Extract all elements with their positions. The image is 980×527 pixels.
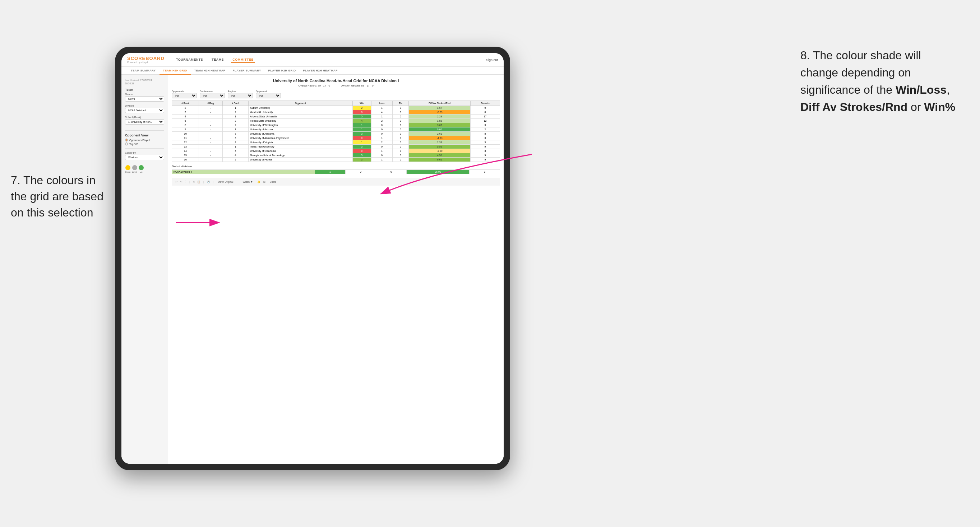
toolbar-icon-1[interactable]: 🔔 — [257, 181, 261, 183]
cell-diff: 9.00 — [409, 127, 471, 132]
region-select[interactable]: (All) — [228, 93, 253, 98]
out-div-win: 1 — [315, 170, 345, 174]
cell-rank: 16 — [172, 157, 199, 162]
cell-opponent: University of Oklahoma — [248, 149, 352, 153]
opponents-filter-group: Opponents: (All) — [172, 90, 197, 98]
cell-rank: 15 — [172, 153, 199, 157]
conference-select[interactable]: (All) — [200, 93, 225, 98]
cell-win: 3 — [353, 132, 371, 136]
team-section-title: Team — [125, 88, 164, 92]
out-div-loss: 0 — [345, 170, 376, 174]
subnav-player-h2h-heatmap[interactable]: PLAYER H2H HEATMAP — [299, 67, 341, 74]
annotation-left: 7. The colours in the grid are based on … — [11, 172, 111, 221]
cell-win: 1 — [353, 127, 371, 132]
cell-win: 1 — [353, 123, 371, 127]
cell-rank: 12 — [172, 140, 199, 144]
cell-tie: 0 — [393, 106, 409, 110]
toolbar-sep-4: | — [238, 181, 239, 183]
subnav-team-h2h-heatmap[interactable]: TEAM H2H HEATMAP — [191, 67, 229, 74]
cell-conf: 1 — [223, 106, 248, 110]
cell-conf: 5 — [223, 149, 248, 153]
cell-conf: 2 — [223, 123, 248, 127]
cell-loss: 0 — [371, 153, 393, 157]
cell-win: 2 — [353, 106, 371, 110]
copy-icon[interactable]: ⎘ — [193, 181, 194, 183]
table-header-row: # Rank # Reg # Conf Opponent Win Loss Ti… — [172, 101, 500, 106]
radio-opponents-played[interactable]: Opponents Played — [125, 138, 164, 141]
cell-tie: 0 — [393, 127, 409, 132]
opponents-select[interactable]: (All) — [172, 93, 197, 98]
nav-committee[interactable]: COMMITTEE — [231, 57, 255, 63]
table-row: 4 - 1 Arizona State University 5 1 0 2.2… — [172, 114, 500, 119]
grid-subtitle: Overall Record: 89 - 17 - 0 Division Rec… — [172, 84, 500, 87]
nav-tournaments[interactable]: TOURNAMENTS — [175, 57, 204, 63]
nav-teams[interactable]: TEAMS — [210, 57, 225, 63]
cell-rank: 4 — [172, 114, 199, 119]
sub-nav: TEAM SUMMARY TEAM H2H GRID TEAM H2H HEAT… — [121, 67, 504, 75]
cell-tie: 0 — [393, 132, 409, 136]
filter-row: Opponents: (All) Conference (All) Region — [172, 90, 500, 98]
cell-opponent: University of Virginia — [248, 140, 352, 144]
overall-record: Overall Record: 89 - 17 - 0 — [298, 84, 330, 87]
subnav-player-summary[interactable]: PLAYER SUMMARY — [229, 67, 264, 74]
undo-icon[interactable]: ↩ — [175, 181, 177, 183]
toolbar-sep-1: | — [189, 181, 190, 183]
division-label: Division — [125, 105, 164, 107]
colour-by-select[interactable]: Win/loss — [125, 155, 164, 160]
redo-icon[interactable]: ↪ — [180, 181, 183, 183]
school-label: School (Rank) — [125, 116, 164, 119]
col-rounds: Rounds — [470, 101, 500, 106]
cell-rank: 6 — [172, 119, 199, 123]
out-div-diff: 26.00 — [407, 170, 469, 174]
watch-label: Watch ▼ — [242, 181, 253, 183]
opponent-select[interactable]: (All) — [256, 93, 281, 98]
opponent-label: Opponent — [256, 90, 281, 93]
bottom-toolbar: ↩ ↪ ⟩ | ⎘ 📋 | 🕐 | View: Original | Watch… — [172, 178, 500, 186]
annotation-right: 8. The colour shade will change dependin… — [800, 47, 958, 116]
table-row: 15 - 4 Georgia Institute of Technology 5… — [172, 153, 500, 157]
table-row: 14 - 5 University of Oklahoma 0 1 0 -1.0… — [172, 149, 500, 153]
cell-loss: 0 — [371, 123, 393, 127]
clock-icon[interactable]: 🕐 — [207, 181, 210, 183]
cell-tie: 0 — [393, 119, 409, 123]
annotation-bold-winloss: Win/Loss — [896, 83, 947, 96]
gender-select[interactable]: Men's — [125, 96, 164, 102]
school-select[interactable]: 1. University of Nort... — [125, 119, 164, 125]
subnav-team-summary[interactable]: TEAM SUMMARY — [127, 67, 159, 74]
subnav-player-h2h-grid[interactable]: PLAYER H2H GRID — [265, 67, 300, 74]
cell-reg: - — [199, 140, 223, 144]
cell-reg: - — [199, 157, 223, 162]
forward-icon[interactable]: ⟩ — [185, 181, 186, 183]
toolbar-sep-3: | — [213, 181, 214, 183]
sign-out-link[interactable]: Sign out — [486, 58, 498, 62]
cell-diff: 2.61 — [409, 132, 471, 136]
cell-diff: 4.50 — [409, 153, 471, 157]
view-original-btn[interactable]: View: Original — [216, 180, 235, 184]
conference-filter-group: Conference (All) — [200, 90, 225, 98]
subnav-team-h2h-grid[interactable]: TEAM H2H GRID — [159, 67, 191, 75]
division-select[interactable]: NCAA Division I — [125, 108, 164, 113]
cell-rounds: 12 — [470, 119, 500, 123]
toolbar-icon-2[interactable]: ⊞ — [263, 181, 266, 183]
colour-circle-level — [132, 165, 137, 170]
cell-loss: 0 — [371, 144, 393, 149]
cell-conf: 2 — [223, 157, 248, 162]
cell-rank: 8 — [172, 123, 199, 127]
cell-rank: 13 — [172, 144, 199, 149]
watch-btn[interactable]: Watch ▼ — [241, 180, 254, 184]
cell-diff: 5.56 — [409, 144, 471, 149]
colour-by-label: Colour by — [125, 151, 164, 154]
annotation-bold-winpct: Win% — [924, 100, 955, 113]
share-btn[interactable]: Share — [268, 180, 278, 184]
cell-reg: - — [199, 110, 223, 114]
paste-icon[interactable]: 📋 — [197, 181, 200, 183]
grid-area: University of North Carolina Head-to-Hea… — [168, 75, 504, 464]
cell-reg: - — [199, 123, 223, 127]
out-of-div-row: NCAA Division II 1 0 0 26.00 3 — [172, 170, 500, 174]
cell-opponent: University of Florida — [248, 157, 352, 162]
cell-win: 3 — [353, 157, 371, 162]
cell-diff: -2.29 — [409, 110, 471, 114]
share-label: Share — [270, 181, 277, 183]
radio-top-100[interactable]: Top 100 — [125, 143, 164, 145]
logo-area: SCOREBOARD Powered by clippd — [127, 56, 164, 63]
